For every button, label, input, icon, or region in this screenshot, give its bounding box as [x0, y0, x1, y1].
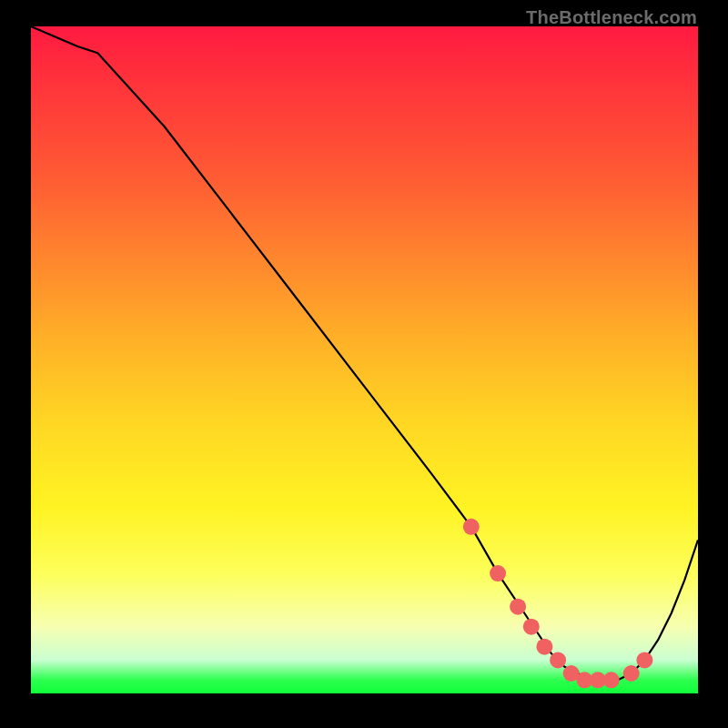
chart-svg [31, 26, 698, 693]
highlight-dots [463, 519, 653, 689]
highlight-dot [463, 519, 480, 535]
plot-area [31, 26, 698, 693]
highlight-dot [490, 565, 506, 581]
highlight-dot [603, 672, 620, 688]
highlight-dot [636, 652, 652, 668]
chart-root: TheBottleneck.com [0, 0, 728, 728]
highlight-dot [510, 599, 526, 615]
curve-layer [31, 26, 698, 680]
highlight-dot [536, 639, 552, 655]
highlight-dot [523, 619, 540, 635]
highlight-dot [550, 652, 566, 668]
bottleneck-curve [31, 26, 698, 680]
branding-watermark: TheBottleneck.com [526, 7, 697, 28]
highlight-dot [623, 665, 640, 682]
